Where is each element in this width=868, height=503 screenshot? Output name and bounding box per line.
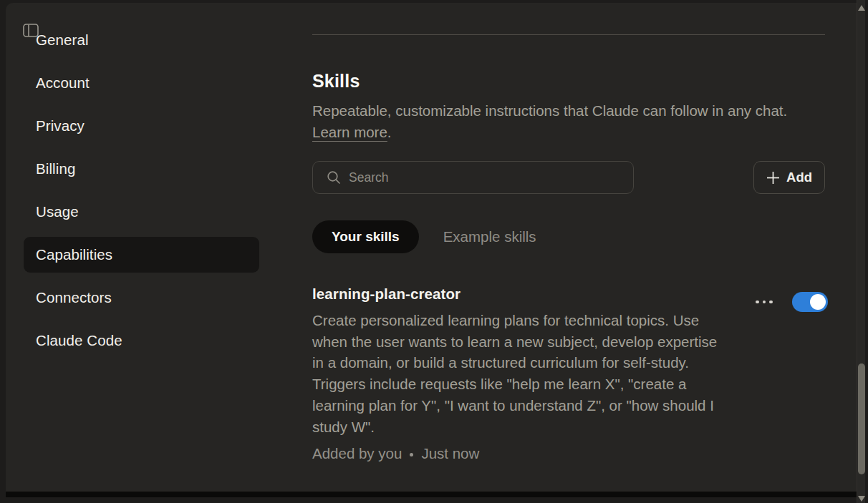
skill-meta: Added by you Just now: [312, 445, 479, 462]
sidebar-item-capabilities[interactable]: Capabilities: [24, 237, 259, 273]
sidebar-item-privacy[interactable]: Privacy: [24, 108, 259, 144]
sidebar-item-label: Privacy: [36, 117, 85, 135]
skill-options-button[interactable]: [752, 293, 776, 311]
sidebar-item-label: Claude Code: [36, 332, 122, 349]
search-icon: [327, 170, 341, 185]
settings-panel: General Account Privacy Billing Usage Ca…: [6, 3, 857, 497]
scrollbar-thumb[interactable]: [858, 363, 865, 474]
settings-window: General Account Privacy Billing Usage Ca…: [0, 0, 868, 503]
plus-icon: [766, 171, 780, 185]
dot: [756, 301, 759, 304]
tab-example-skills[interactable]: Example skills: [443, 228, 536, 245]
dot: [763, 301, 766, 304]
skill-timestamp: Just now: [421, 445, 479, 462]
sidebar-item-claude-code[interactable]: Claude Code: [24, 323, 259, 358]
meta-separator-dot: [410, 453, 413, 456]
sidebar-item-label: Connectors: [36, 289, 112, 306]
tab-label: Example skills: [443, 228, 536, 245]
section-divider: [312, 34, 825, 35]
toggle-knob: [810, 294, 826, 310]
settings-sidebar: General Account Privacy Billing Usage Ca…: [6, 3, 307, 497]
sidebar-item-usage[interactable]: Usage: [24, 194, 259, 230]
sidebar-item-general[interactable]: General: [24, 22, 259, 58]
dot: [769, 301, 773, 304]
skill-description: Create personalized learning plans for t…: [312, 310, 724, 437]
page-title: Skills: [312, 71, 360, 92]
scroll-up-arrow-icon[interactable]: [858, 5, 865, 11]
add-skill-button[interactable]: Add: [753, 161, 825, 194]
add-button-label: Add: [786, 170, 812, 185]
sidebar-item-account[interactable]: Account: [24, 65, 259, 101]
sidebar-item-label: Billing: [36, 160, 75, 177]
sidebar-item-label: General: [36, 31, 89, 49]
skill-added-by: Added by you: [312, 445, 402, 462]
skills-search[interactable]: [312, 161, 634, 194]
learn-more-link[interactable]: Learn more: [312, 124, 387, 140]
skill-name: learning-plan-creator: [312, 285, 460, 303]
tab-label: Your skills: [332, 229, 400, 245]
learn-more-suffix: .: [387, 124, 392, 140]
scroll-down-arrow-icon[interactable]: [858, 496, 865, 502]
sidebar-item-label: Usage: [36, 203, 79, 220]
window-bottom-edge: [6, 492, 862, 497]
page-description: Repeatable, customizable instructions th…: [312, 100, 806, 143]
sidebar-item-label: Capabilities: [36, 246, 112, 263]
tab-your-skills[interactable]: Your skills: [312, 220, 419, 253]
sidebar-item-label: Account: [36, 74, 90, 92]
scrollbar[interactable]: [857, 0, 865, 503]
sidebar-item-billing[interactable]: Billing: [24, 151, 259, 187]
page-description-text: Repeatable, customizable instructions th…: [312, 102, 787, 119]
skills-tabs: Your skills Example skills: [312, 220, 536, 253]
search-input[interactable]: [349, 170, 623, 185]
skill-enabled-toggle[interactable]: [792, 292, 828, 312]
sidebar-item-connectors[interactable]: Connectors: [24, 280, 259, 316]
